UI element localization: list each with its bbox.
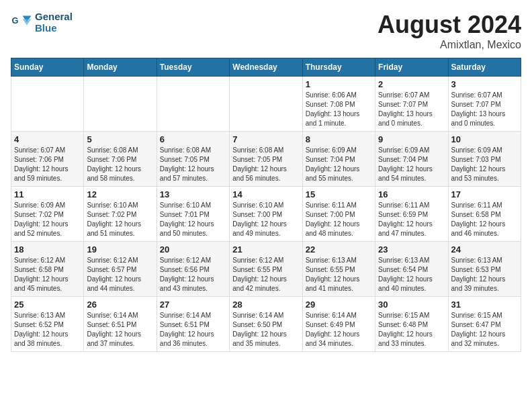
- week-row-2: 4Sunrise: 6:07 AM Sunset: 7:06 PM Daylig…: [11, 132, 521, 187]
- day-number: 8: [306, 134, 372, 144]
- title-block: August 2024 Amixtlan, Mexico: [378, 11, 521, 51]
- calendar-cell: 15Sunrise: 6:11 AM Sunset: 7:00 PM Dayli…: [302, 187, 375, 242]
- day-number: 15: [306, 189, 372, 199]
- day-detail: Sunrise: 6:11 AM Sunset: 6:59 PM Dayligh…: [378, 201, 445, 238]
- day-detail: Sunrise: 6:14 AM Sunset: 6:49 PM Dayligh…: [306, 311, 372, 349]
- calendar-cell: [157, 77, 229, 132]
- calendar-cell: 29Sunrise: 6:14 AM Sunset: 6:49 PM Dayli…: [302, 297, 375, 352]
- calendar-cell: [230, 77, 302, 132]
- header-sunday: Sunday: [11, 58, 84, 77]
- calendar-cell: 26Sunrise: 6:14 AM Sunset: 6:51 PM Dayli…: [84, 297, 157, 352]
- calendar-cell: 5Sunrise: 6:08 AM Sunset: 7:06 PM Daylig…: [84, 132, 157, 187]
- day-number: 27: [160, 300, 226, 310]
- svg-marker-2: [23, 19, 32, 26]
- header-friday: Friday: [375, 58, 448, 77]
- calendar-cell: 10Sunrise: 6:09 AM Sunset: 7:03 PM Dayli…: [448, 132, 521, 187]
- day-number: 26: [87, 300, 153, 310]
- day-detail: Sunrise: 6:12 AM Sunset: 6:56 PM Dayligh…: [160, 256, 226, 293]
- day-detail: Sunrise: 6:10 AM Sunset: 7:00 PM Dayligh…: [232, 201, 299, 238]
- calendar-cell: 30Sunrise: 6:15 AM Sunset: 6:48 PM Dayli…: [375, 297, 448, 352]
- calendar-cell: 14Sunrise: 6:10 AM Sunset: 7:00 PM Dayli…: [230, 187, 302, 242]
- calendar-cell: 20Sunrise: 6:12 AM Sunset: 6:56 PM Dayli…: [157, 242, 229, 297]
- day-number: 11: [14, 189, 81, 199]
- day-detail: Sunrise: 6:14 AM Sunset: 6:51 PM Dayligh…: [160, 311, 226, 349]
- day-number: 13: [160, 189, 226, 199]
- logo-text-line2: Blue: [35, 22, 73, 34]
- day-detail: Sunrise: 6:07 AM Sunset: 7:07 PM Dayligh…: [378, 91, 445, 128]
- calendar-cell: 28Sunrise: 6:14 AM Sunset: 6:50 PM Dayli…: [230, 297, 302, 352]
- day-detail: Sunrise: 6:10 AM Sunset: 7:02 PM Dayligh…: [87, 201, 153, 238]
- day-number: 22: [306, 244, 372, 255]
- day-detail: Sunrise: 6:13 AM Sunset: 6:53 PM Dayligh…: [451, 256, 518, 293]
- calendar-cell: 17Sunrise: 6:11 AM Sunset: 6:58 PM Dayli…: [448, 187, 521, 242]
- day-detail: Sunrise: 6:12 AM Sunset: 6:58 PM Dayligh…: [14, 256, 81, 293]
- calendar-cell: 7Sunrise: 6:08 AM Sunset: 7:05 PM Daylig…: [230, 132, 302, 187]
- calendar-cell: 6Sunrise: 6:08 AM Sunset: 7:05 PM Daylig…: [157, 132, 229, 187]
- week-row-5: 25Sunrise: 6:13 AM Sunset: 6:52 PM Dayli…: [11, 297, 521, 352]
- day-detail: Sunrise: 6:07 AM Sunset: 7:07 PM Dayligh…: [451, 91, 518, 128]
- calendar-subtitle: Amixtlan, Mexico: [378, 39, 521, 51]
- day-detail: Sunrise: 6:09 AM Sunset: 7:02 PM Dayligh…: [14, 201, 81, 238]
- calendar-cell: 24Sunrise: 6:13 AM Sunset: 6:53 PM Dayli…: [448, 242, 521, 297]
- day-detail: Sunrise: 6:09 AM Sunset: 7:04 PM Dayligh…: [306, 146, 372, 183]
- day-number: 30: [378, 300, 445, 310]
- day-detail: Sunrise: 6:15 AM Sunset: 6:48 PM Dayligh…: [378, 311, 445, 349]
- day-number: 21: [232, 244, 299, 255]
- day-number: 19: [87, 244, 153, 255]
- calendar-cell: 18Sunrise: 6:12 AM Sunset: 6:58 PM Dayli…: [11, 242, 84, 297]
- day-number: 25: [14, 300, 81, 310]
- calendar-cell: 9Sunrise: 6:09 AM Sunset: 7:04 PM Daylig…: [375, 132, 448, 187]
- day-detail: Sunrise: 6:10 AM Sunset: 7:01 PM Dayligh…: [160, 201, 226, 238]
- calendar-cell: 13Sunrise: 6:10 AM Sunset: 7:01 PM Dayli…: [157, 187, 229, 242]
- calendar-header-row: SundayMondayTuesdayWednesdayThursdayFrid…: [11, 58, 521, 77]
- calendar-cell: 16Sunrise: 6:11 AM Sunset: 6:59 PM Dayli…: [375, 187, 448, 242]
- day-number: 20: [160, 244, 226, 255]
- day-detail: Sunrise: 6:15 AM Sunset: 6:47 PM Dayligh…: [451, 311, 518, 349]
- day-number: 10: [451, 134, 518, 144]
- day-detail: Sunrise: 6:06 AM Sunset: 7:08 PM Dayligh…: [306, 91, 372, 128]
- logo-text-line1: General: [35, 11, 73, 22]
- day-number: 29: [306, 300, 372, 310]
- page-header: G General Blue August 2024 Amixtlan, Mex…: [11, 11, 521, 51]
- calendar-cell: 3Sunrise: 6:07 AM Sunset: 7:07 PM Daylig…: [448, 77, 521, 132]
- calendar-cell: 31Sunrise: 6:15 AM Sunset: 6:47 PM Dayli…: [448, 297, 521, 352]
- calendar-cell: 8Sunrise: 6:09 AM Sunset: 7:04 PM Daylig…: [302, 132, 375, 187]
- day-number: 5: [87, 134, 153, 144]
- day-number: 31: [451, 300, 518, 310]
- calendar-cell: 4Sunrise: 6:07 AM Sunset: 7:06 PM Daylig…: [11, 132, 84, 187]
- day-detail: Sunrise: 6:07 AM Sunset: 7:06 PM Dayligh…: [14, 146, 81, 183]
- day-detail: Sunrise: 6:13 AM Sunset: 6:54 PM Dayligh…: [378, 256, 445, 293]
- calendar-cell: 25Sunrise: 6:13 AM Sunset: 6:52 PM Dayli…: [11, 297, 84, 352]
- day-detail: Sunrise: 6:11 AM Sunset: 7:00 PM Dayligh…: [306, 201, 372, 238]
- day-number: 16: [378, 189, 445, 199]
- header-thursday: Thursday: [302, 58, 375, 77]
- week-row-3: 11Sunrise: 6:09 AM Sunset: 7:02 PM Dayli…: [11, 187, 521, 242]
- day-number: 23: [378, 244, 445, 255]
- calendar-cell: 22Sunrise: 6:13 AM Sunset: 6:55 PM Dayli…: [302, 242, 375, 297]
- day-number: 4: [14, 134, 81, 144]
- day-detail: Sunrise: 6:14 AM Sunset: 6:50 PM Dayligh…: [232, 311, 299, 349]
- day-detail: Sunrise: 6:14 AM Sunset: 6:51 PM Dayligh…: [87, 311, 153, 349]
- day-number: 1: [306, 79, 372, 89]
- day-number: 18: [14, 244, 81, 255]
- calendar-cell: 21Sunrise: 6:12 AM Sunset: 6:55 PM Dayli…: [230, 242, 302, 297]
- day-detail: Sunrise: 6:09 AM Sunset: 7:04 PM Dayligh…: [378, 146, 445, 183]
- day-detail: Sunrise: 6:08 AM Sunset: 7:05 PM Dayligh…: [160, 146, 226, 183]
- week-row-1: 1Sunrise: 6:06 AM Sunset: 7:08 PM Daylig…: [11, 77, 521, 132]
- day-number: 17: [451, 189, 518, 199]
- day-number: 2: [378, 79, 445, 89]
- header-wednesday: Wednesday: [230, 58, 302, 77]
- day-detail: Sunrise: 6:12 AM Sunset: 6:57 PM Dayligh…: [87, 256, 153, 293]
- header-tuesday: Tuesday: [157, 58, 229, 77]
- day-number: 3: [451, 79, 518, 89]
- header-saturday: Saturday: [448, 58, 521, 77]
- week-row-4: 18Sunrise: 6:12 AM Sunset: 6:58 PM Dayli…: [11, 242, 521, 297]
- logo: G General Blue: [11, 11, 73, 34]
- calendar-cell: 11Sunrise: 6:09 AM Sunset: 7:02 PM Dayli…: [11, 187, 84, 242]
- calendar-cell: 1Sunrise: 6:06 AM Sunset: 7:08 PM Daylig…: [302, 77, 375, 132]
- day-number: 7: [232, 134, 299, 144]
- day-number: 12: [87, 189, 153, 199]
- day-number: 6: [160, 134, 226, 144]
- day-number: 14: [232, 189, 299, 199]
- day-detail: Sunrise: 6:08 AM Sunset: 7:06 PM Dayligh…: [87, 146, 153, 183]
